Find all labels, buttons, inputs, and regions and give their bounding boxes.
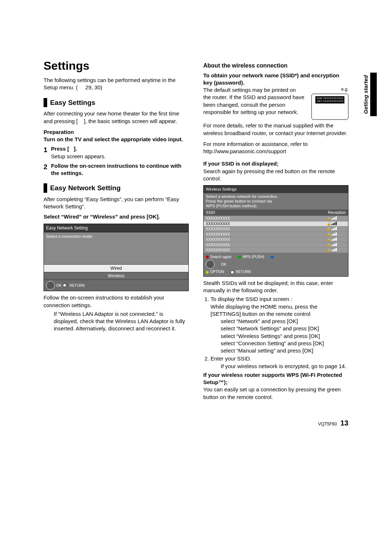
- step-1-num: 1: [44, 145, 48, 160]
- router-key: KEY XXXXXXXXXXXX: [317, 100, 343, 102]
- lock-icon: 🔒: [326, 221, 331, 227]
- preparation-label: Preparation: [44, 129, 189, 136]
- if-ssid-bold: If your SSID is not displayed;: [203, 160, 348, 167]
- nav-return: RETURN: [69, 283, 85, 288]
- connection-mode-ui: Easy Network Setting Select a connection…: [44, 224, 189, 292]
- content-columns: Settings The following settings can be p…: [44, 58, 348, 401]
- lock-icon: 🔒: [326, 237, 331, 242]
- easy-network-heading: Easy Network Setting: [44, 183, 189, 193]
- ws-row: XXXXXXXXXX 🔒: [204, 237, 348, 242]
- signal-icon: [331, 216, 337, 220]
- lock-icon: 🔒: [326, 216, 331, 221]
- signal-icon: [331, 232, 337, 236]
- ws-row: XXXXXXXXXX 🔒: [204, 232, 348, 237]
- wireless-heading: About the wireless connection: [203, 62, 348, 70]
- ws-row: XXXXXXXXXX 🔒: [204, 216, 348, 221]
- return-dot-icon: [63, 284, 66, 287]
- manual-steps: To display the SSID input screen : While…: [203, 296, 348, 370]
- signal-icon: [331, 222, 337, 225]
- ws-row: XXXXXXXXXX 🔒: [204, 242, 348, 248]
- stealth-text: Stealth SSIDs will not be displayed; in …: [203, 280, 348, 294]
- step-2-num: 2: [44, 162, 48, 177]
- page: Getting started Settings The following s…: [0, 0, 392, 456]
- step-1-bold: Press [ ].: [51, 146, 77, 152]
- easy-network-para: After completing “Easy Settings”, you ca…: [44, 196, 189, 211]
- ui-title: Easy Network Setting: [44, 224, 188, 232]
- signal-icon: [331, 243, 337, 246]
- lock-icon: 🔒: [326, 227, 331, 232]
- signal-icon: [331, 248, 337, 251]
- side-tab-label: Getting started: [363, 75, 369, 114]
- router-ssid: SSID XXXXXXXXXXXX: [317, 97, 343, 99]
- search-again-text: Search again by pressing the red button …: [203, 168, 348, 183]
- step-1: 1 Press [ ]. Setup screen appears.: [44, 145, 189, 160]
- router-icon: SSID XXXXXXXXXXXX KEY XXXXXXXXXXXX: [311, 94, 348, 120]
- eg-label: e.g.: [341, 87, 348, 92]
- ws-header: SSID Reception: [204, 209, 348, 216]
- right-column: About the wireless connection To obtain …: [203, 58, 348, 401]
- page-number: 13: [340, 419, 348, 427]
- red-dot-icon: [206, 256, 209, 258]
- select-mode-bold: Select “Wired” or “Wireless” and press […: [44, 213, 189, 220]
- side-tab: Getting started: [363, 73, 377, 116]
- page-footer: VQT5F60 13: [44, 419, 348, 427]
- router-figure: e.g. SSID XXXXXXXXXXXX KEY XXXXXXXXXXXX: [305, 86, 348, 120]
- nav-disc-icon: [206, 260, 215, 269]
- ui-wireless-row: Wireless: [44, 272, 188, 280]
- ws-footer: Search again WPS (PUSH) OK OPTION RETURN: [204, 253, 348, 276]
- follow-text: Follow the on-screen instructions to est…: [44, 294, 189, 309]
- lock-icon: 🔒: [326, 248, 331, 253]
- doc-code: VQT5F60: [318, 421, 337, 427]
- ws-instr: Select a wireless network for connection…: [204, 193, 348, 210]
- nav-disc-icon: [46, 281, 55, 290]
- signal-icon: [331, 227, 337, 230]
- ui-wired-row: Wired: [44, 264, 188, 272]
- wireless-settings-ui: Wireless Settings Select a wireless netw…: [203, 185, 348, 277]
- wps-text: You can easily set up a connection by pr…: [203, 386, 348, 401]
- wps-bold: If your wireless router supports WPS (Wi…: [203, 371, 348, 386]
- blue-dot-icon: [271, 256, 274, 258]
- more-details: For more details, refer to the manual su…: [203, 122, 348, 137]
- ws-row: XXXXXXXXXX 🔒: [204, 247, 348, 253]
- preparation-text: Turn on the TV and select the appropriat…: [44, 136, 189, 143]
- ws-row-selected: XXXXXXXXXX 🔒: [204, 221, 348, 227]
- lock-icon: 🔒: [326, 232, 331, 237]
- step-2: 2 Follow the on-screen instructions to c…: [44, 162, 189, 177]
- more-info: For more information or assistance, refe…: [203, 140, 348, 155]
- intro-text: The following settings can be performed …: [44, 77, 189, 91]
- step-2-bold: Follow the on-screen instructions to con…: [51, 163, 181, 176]
- nav-ok: OK: [56, 283, 61, 288]
- yellow-dot-icon: [206, 271, 209, 274]
- easy-settings-heading: Easy Settings: [44, 98, 189, 107]
- manual-step-2: Enter your SSID. If your wireless networ…: [211, 355, 348, 370]
- white-dot-icon: [230, 270, 234, 274]
- ws-head-recep: Reception: [328, 210, 346, 215]
- left-column: Settings The following settings can be p…: [44, 58, 189, 401]
- ui-body: Select a connection mode.: [44, 232, 188, 264]
- ws-row: XXXXXXXXXX 🔒: [204, 226, 348, 232]
- page-title: Settings: [44, 58, 189, 74]
- manual-step-1: To display the SSID input screen : While…: [211, 296, 348, 354]
- signal-icon: [331, 237, 337, 241]
- ui-nav: OK RETURN: [44, 280, 188, 291]
- obtain-bold: To obtain your network name (SSID*) and …: [203, 72, 348, 87]
- step-1-text: Setup screen appears.: [51, 153, 106, 159]
- lock-icon: 🔒: [326, 243, 331, 248]
- wlan-note: If “Wireless LAN Adaptor is not connecte…: [54, 310, 189, 333]
- easy-settings-para: After connecting your new home theater f…: [44, 110, 189, 125]
- ws-title: Wireless Settings: [204, 186, 348, 193]
- green-dot-icon: [238, 256, 241, 258]
- ws-head-ssid: SSID: [206, 210, 328, 215]
